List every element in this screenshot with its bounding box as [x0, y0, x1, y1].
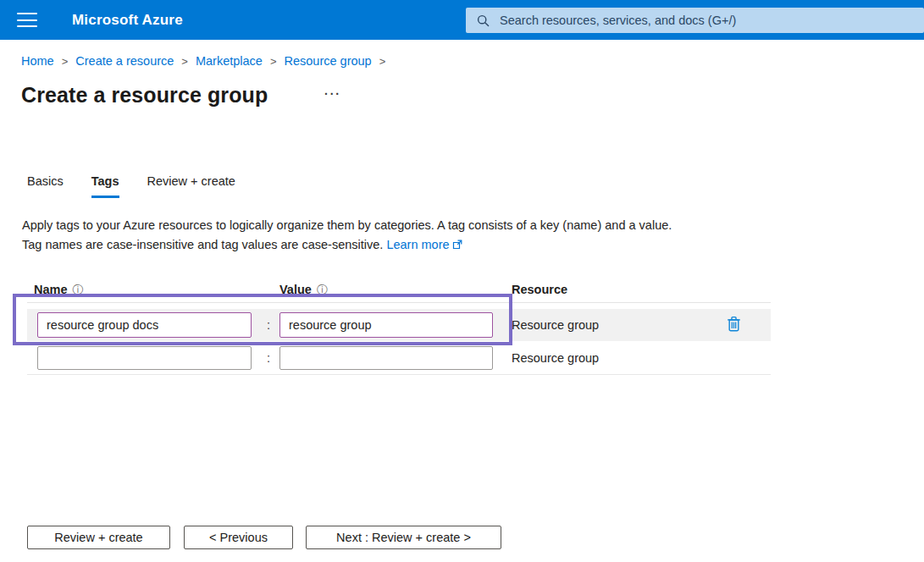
breadcrumb-home[interactable]: Home — [21, 54, 54, 68]
breadcrumb: Home > Create a resource > Marketplace >… — [21, 54, 385, 68]
tag-name-input-2[interactable] — [37, 346, 252, 370]
hamburger-menu-icon[interactable] — [17, 13, 37, 27]
tag-name-input-1[interactable] — [37, 312, 252, 338]
next-review-create-button[interactable]: Next : Review + create > — [306, 526, 501, 549]
info-icon[interactable]: ⓘ — [73, 284, 84, 295]
tag-row-1: : Resource group — [27, 309, 771, 341]
wizard-tabs: Basics Tags Review + create — [27, 174, 235, 198]
review-create-button[interactable]: Review + create — [27, 526, 170, 549]
global-search[interactable] — [466, 8, 924, 33]
tab-tags[interactable]: Tags — [91, 174, 119, 198]
table-header-divider — [27, 302, 771, 303]
breadcrumb-resource-group[interactable]: Resource group — [285, 54, 372, 68]
learn-more-link[interactable]: Learn more — [386, 238, 462, 251]
more-options-ellipsis-icon[interactable]: ··· — [324, 87, 341, 101]
search-input[interactable] — [500, 8, 924, 33]
product-title[interactable]: Microsoft Azure — [72, 0, 183, 40]
description-line-1: Apply tags to your Azure resources to lo… — [22, 218, 672, 232]
breadcrumb-create-a-resource[interactable]: Create a resource — [75, 54, 174, 68]
column-header-value: Value ⓘ — [279, 283, 328, 296]
tag-resource-label-1: Resource group — [512, 309, 599, 341]
breadcrumb-marketplace[interactable]: Marketplace — [196, 54, 263, 68]
column-header-name: Name ⓘ — [34, 283, 84, 296]
breadcrumb-separator: > — [62, 55, 69, 68]
trash-icon — [727, 316, 741, 334]
colon-separator: : — [263, 341, 274, 374]
azure-portal-window: Microsoft Azure Home > Create a resource… — [0, 0, 924, 562]
info-icon[interactable]: ⓘ — [317, 284, 328, 295]
tab-review-create[interactable]: Review + create — [147, 174, 235, 198]
column-header-resource: Resource — [512, 283, 567, 296]
tab-basics[interactable]: Basics — [27, 174, 64, 198]
page-title: Create a resource group — [21, 83, 268, 107]
description-line-2: Tag names are case-insensitive and tag v… — [22, 238, 383, 251]
search-icon — [466, 14, 500, 27]
tag-value-input-2[interactable] — [279, 346, 493, 370]
tag-value-input-1[interactable] — [279, 312, 493, 338]
breadcrumb-separator: > — [270, 55, 277, 68]
tag-row-2: : Resource group — [27, 341, 771, 375]
breadcrumb-separator: > — [379, 55, 386, 68]
top-bar: Microsoft Azure — [0, 0, 924, 40]
external-link-icon — [452, 236, 462, 256]
tags-description: Apply tags to your Azure resources to lo… — [22, 216, 672, 255]
delete-tag-button[interactable] — [717, 309, 750, 341]
breadcrumb-separator: > — [181, 55, 188, 68]
tag-resource-label-2: Resource group — [512, 341, 599, 374]
colon-separator: : — [263, 309, 274, 341]
previous-button[interactable]: < Previous — [184, 526, 293, 549]
